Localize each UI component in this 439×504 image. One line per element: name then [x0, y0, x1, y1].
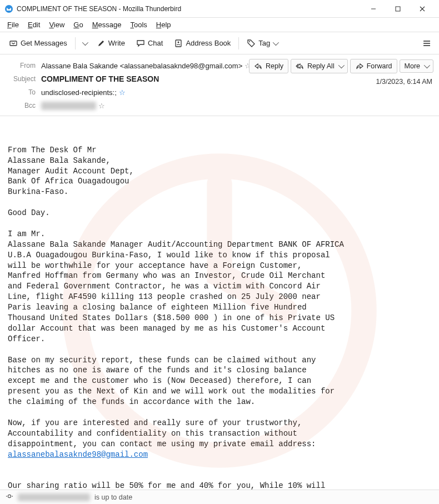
svg-point-7: [178, 41, 179, 43]
menu-help[interactable]: Help: [152, 19, 175, 31]
chevron-down-icon: [273, 39, 279, 45]
timestamp: 1/3/2023, 6:14 AM: [376, 78, 432, 86]
reply-all-icon: [296, 62, 305, 71]
window-controls: [361, 1, 435, 17]
svg-point-0: [5, 5, 13, 13]
chevron-down-icon: [424, 62, 430, 68]
body-p2: Good Day.: [8, 208, 50, 217]
menu-go[interactable]: Go: [69, 19, 87, 31]
minimize-button[interactable]: [361, 1, 386, 17]
to-label: To: [7, 88, 36, 96]
maximize-button[interactable]: [386, 1, 410, 17]
star-icon[interactable]: ☆: [98, 102, 105, 109]
status-text: is up to date: [94, 493, 132, 501]
menu-edit[interactable]: Edit: [24, 19, 44, 31]
bcc-value-redacted[interactable]: xxxxxxxxxxxxxx: [41, 102, 96, 110]
svg-point-12: [8, 495, 11, 497]
svg-rect-5: [10, 41, 17, 46]
message-header: Reply Reply All Forward More From Alassa…: [0, 54, 439, 116]
app-icon: [4, 4, 13, 13]
write-label: Write: [108, 39, 125, 47]
body-p3: I am Mr. Alassane Bala Sakande Manager A…: [8, 229, 344, 343]
menubar: File Edit View Go Message Tools Help: [0, 18, 439, 32]
forward-label: Forward: [367, 62, 392, 70]
chat-icon: [136, 39, 145, 48]
toolbar-separator: [75, 37, 76, 49]
reply-all-button[interactable]: Reply All: [291, 59, 348, 73]
svg-point-13: [6, 496, 7, 497]
tag-icon: [247, 39, 256, 48]
forward-icon: [355, 62, 364, 71]
body-p4: Base on my security report, these funds …: [8, 356, 335, 407]
more-button[interactable]: More: [400, 59, 433, 73]
write-button[interactable]: Write: [92, 36, 129, 51]
svg-point-14: [12, 496, 13, 497]
from-label: From: [7, 62, 36, 69]
star-icon[interactable]: ☆: [119, 89, 126, 96]
chevron-down-icon: [338, 62, 344, 68]
status-account-redacted: xxxxxxxxxxxxxxx: [18, 493, 90, 501]
statusbar: xxxxxxxxxxxxxxx is up to date: [0, 490, 439, 504]
app-menu-button[interactable]: [419, 36, 435, 51]
tag-button[interactable]: Tag: [242, 36, 282, 51]
tag-label: Tag: [258, 39, 270, 47]
address-book-label: Address Book: [186, 39, 231, 47]
message-actions: Reply Reply All Forward More: [249, 59, 433, 73]
address-book-icon: [174, 39, 183, 48]
svg-rect-6: [176, 40, 181, 47]
get-messages-label: Get Messages: [21, 39, 67, 47]
chat-label: Chat: [148, 39, 163, 47]
svg-point-8: [249, 41, 250, 42]
svg-rect-2: [396, 7, 400, 11]
reply-icon: [254, 62, 263, 71]
menu-message[interactable]: Message: [88, 19, 126, 31]
more-label: More: [405, 62, 420, 70]
to-value[interactable]: undisclosed-recipients:;: [41, 88, 117, 97]
menu-view[interactable]: View: [45, 19, 68, 31]
reply-label: Reply: [266, 62, 283, 70]
menu-file[interactable]: File: [3, 19, 23, 31]
bcc-label: Bcc: [7, 102, 36, 109]
toolbar: Get Messages Write Chat Address Book Tag: [0, 32, 439, 54]
address-book-button[interactable]: Address Book: [169, 36, 235, 51]
close-button[interactable]: [410, 1, 435, 17]
from-value[interactable]: Alassane Bala Sakande <alassanebalasaknd…: [41, 62, 242, 70]
reply-all-label: Reply All: [307, 62, 335, 70]
chat-button[interactable]: Chat: [132, 36, 167, 51]
download-icon: [9, 39, 18, 48]
chevron-down-icon: [82, 39, 88, 45]
get-messages-button[interactable]: Get Messages: [4, 36, 72, 51]
body-p5: Now, if you are interested and really su…: [8, 418, 316, 448]
titlebar: COMPLIMENT OF THE SEASON - Mozilla Thund…: [0, 0, 439, 18]
forward-button[interactable]: Forward: [350, 59, 397, 73]
subject-label: Subject: [7, 75, 36, 83]
sync-icon: [6, 492, 13, 502]
hamburger-icon: [422, 39, 431, 48]
body-email-link[interactable]: alassanebalasaknde98@gmail.com: [8, 450, 148, 459]
message-body: From The Desk Of Mr Alassane Bala Sakand…: [0, 116, 439, 504]
subject-value: COMPLIMENT OF THE SEASON: [41, 74, 159, 83]
get-messages-dropdown[interactable]: [79, 38, 90, 48]
body-p1: From The Desk Of Mr Alassane Bala Sakand…: [8, 146, 134, 197]
menu-tools[interactable]: Tools: [126, 19, 151, 31]
window-title: COMPLIMENT OF THE SEASON - Mozilla Thund…: [17, 5, 361, 13]
toolbar-separator: [238, 37, 239, 49]
reply-button[interactable]: Reply: [249, 59, 288, 73]
pencil-icon: [97, 39, 106, 48]
